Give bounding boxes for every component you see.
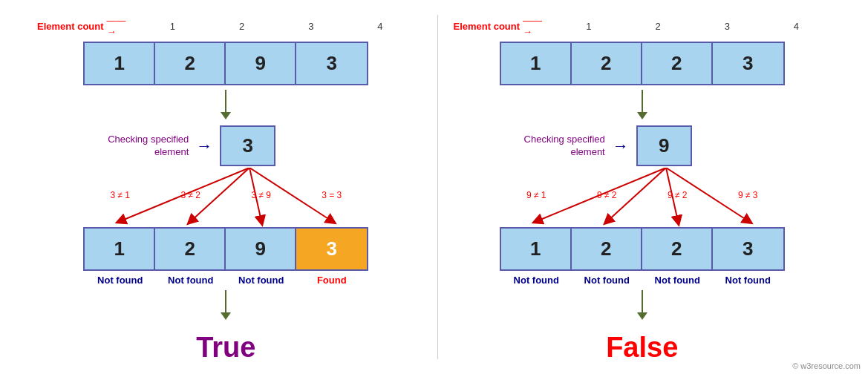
down-arrow-2-right bbox=[637, 290, 647, 320]
count-4-right: 4 bbox=[762, 21, 831, 32]
result-label-left-1: Not found bbox=[155, 275, 226, 286]
bottom-cell-left-3: 3 bbox=[296, 229, 367, 269]
cmp-right-2: 9 ≠ 2 bbox=[642, 190, 713, 200]
cmp-left-1: 3 ≠ 2 bbox=[155, 190, 226, 200]
count-3-left: 3 bbox=[276, 21, 345, 32]
cmp-left-0: 3 ≠ 1 bbox=[85, 190, 155, 200]
array-cell-right-3: 3 bbox=[713, 43, 783, 84]
array-cell-right-1: 2 bbox=[572, 43, 642, 84]
bottom-cell-left-1: 2 bbox=[155, 229, 226, 269]
element-count-label-right: Element count bbox=[453, 21, 520, 32]
check-label-right: Checking specified element bbox=[501, 134, 605, 159]
top-array-right: 1 2 2 3 bbox=[500, 42, 785, 85]
count-1-left: 1 bbox=[138, 21, 207, 32]
result-label-right-1: Not found bbox=[572, 275, 642, 286]
fan-section-right: 9 ≠ 1 9 ≠ 2 9 ≠ 2 9 ≠ 3 bbox=[501, 168, 783, 227]
check-arrow-right: → bbox=[613, 137, 629, 156]
watermark: © w3resource.com bbox=[792, 361, 861, 370]
down-arrow-1-left bbox=[221, 90, 231, 119]
arrow-right-left: ——→ bbox=[107, 15, 135, 37]
check-box-right: 9 bbox=[636, 125, 692, 166]
element-count-label-left: Element count bbox=[37, 21, 104, 32]
bottom-cell-right-3: 3 bbox=[713, 229, 783, 269]
check-box-left: 3 bbox=[220, 125, 275, 166]
fan-section-left: 3 ≠ 1 3 ≠ 2 3 ≠ 9 3 = 3 bbox=[85, 168, 367, 227]
comparison-labels-left: 3 ≠ 1 3 ≠ 2 3 ≠ 9 3 = 3 bbox=[85, 190, 367, 200]
result-label-right-3: Not found bbox=[713, 275, 783, 286]
down-arrow-1-right bbox=[637, 90, 647, 119]
bottom-array-left: 1 2 9 3 bbox=[83, 227, 368, 271]
result-labels-left: Not found Not found Not found Found bbox=[85, 275, 367, 286]
array-cell-left-3: 3 bbox=[296, 43, 367, 84]
bottom-cell-right-2: 2 bbox=[642, 229, 713, 269]
array-cell-right-2: 2 bbox=[642, 43, 713, 84]
check-row-right: Checking specified element → 9 bbox=[501, 125, 783, 166]
count-1-right: 1 bbox=[554, 21, 623, 32]
result-label-left-3: Found bbox=[296, 275, 367, 286]
down-arrow-2-left bbox=[221, 290, 231, 320]
bottom-cell-left-2: 9 bbox=[226, 229, 296, 269]
bottom-cell-right-0: 1 bbox=[501, 229, 572, 269]
comparison-labels-right: 9 ≠ 1 9 ≠ 2 9 ≠ 2 9 ≠ 3 bbox=[501, 190, 783, 200]
result-labels-right: Not found Not found Not found Not found bbox=[501, 275, 783, 286]
array-cell-left-1: 2 bbox=[155, 43, 226, 84]
cmp-right-0: 9 ≠ 1 bbox=[501, 190, 572, 200]
bottom-array-right: 1 2 2 3 bbox=[500, 227, 785, 271]
bottom-cell-right-1: 2 bbox=[572, 229, 642, 269]
cmp-left-3: 3 = 3 bbox=[296, 190, 367, 200]
cmp-right-1: 9 ≠ 2 bbox=[572, 190, 642, 200]
count-3-right: 3 bbox=[693, 21, 762, 32]
check-label-left: Checking specified element bbox=[85, 134, 189, 159]
top-array-left: 1 2 9 3 bbox=[83, 42, 368, 85]
arrow-right-right: ——→ bbox=[523, 15, 551, 37]
check-row-left: Checking specified element → 3 bbox=[85, 125, 367, 166]
result-label-right-0: Not found bbox=[501, 275, 572, 286]
result-label-left-2: Not found bbox=[226, 275, 296, 286]
count-2-right: 2 bbox=[623, 21, 692, 32]
cmp-right-3: 9 ≠ 3 bbox=[713, 190, 783, 200]
array-cell-left-2: 9 bbox=[226, 43, 296, 84]
result-value-right: False bbox=[606, 332, 678, 364]
result-value-left: True bbox=[196, 332, 255, 364]
count-2-left: 2 bbox=[207, 21, 276, 32]
bottom-cell-left-0: 1 bbox=[85, 229, 155, 269]
array-cell-left-0: 1 bbox=[85, 43, 155, 84]
result-label-right-2: Not found bbox=[642, 275, 713, 286]
cmp-left-2: 3 ≠ 9 bbox=[226, 190, 296, 200]
count-4-left: 4 bbox=[345, 21, 414, 32]
array-cell-right-0: 1 bbox=[501, 43, 572, 84]
check-arrow-left: → bbox=[196, 137, 212, 156]
result-label-left-0: Not found bbox=[85, 275, 155, 286]
